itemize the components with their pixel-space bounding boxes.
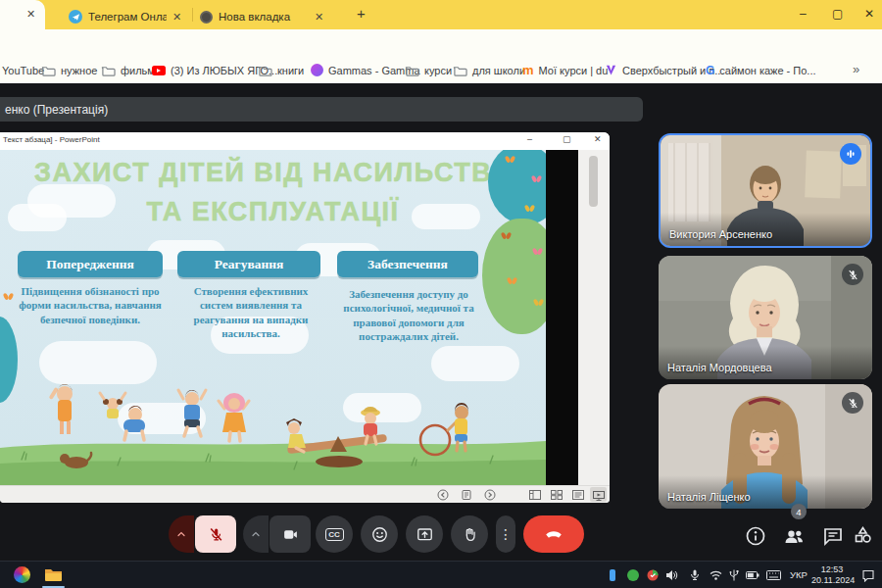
bookmark-folder-kursy[interactable]: курси	[405, 57, 452, 83]
file-explorer-icon[interactable]	[44, 567, 63, 582]
normal-view-icon[interactable]	[529, 490, 541, 500]
gamma-icon	[311, 64, 323, 76]
window-close-button[interactable]: ✕	[864, 7, 874, 21]
tray-mic-icon[interactable]	[689, 569, 701, 581]
pillar-button-1: Попередження	[18, 251, 163, 277]
ppt-maximize-button[interactable]: ▢	[563, 134, 571, 144]
camera-control-group	[243, 515, 311, 553]
raise-hand-button[interactable]	[451, 515, 488, 553]
bookmark-folder-knigi[interactable]: книги	[258, 57, 304, 83]
bookmark-folder-film[interactable]: фильм	[101, 57, 155, 83]
participant-tile-lishchenko[interactable]: Наталія Ліщенко	[659, 384, 872, 509]
slide-sorter-view-icon[interactable]	[551, 490, 563, 500]
browser-tab-strip: ✕ Телеграм Онлайн (неофициа ✕ Нова вклад…	[0, 0, 882, 29]
smiley-icon	[370, 525, 389, 544]
mic-muted-icon	[842, 392, 863, 414]
new-tab-button[interactable]: +	[357, 5, 366, 22]
present-button[interactable]	[406, 515, 443, 553]
bookmark-google-search[interactable]: G саймон каже - По...	[706, 57, 816, 83]
taskbar-clock[interactable]: 12:53 20.11.2024	[811, 564, 853, 587]
meeting-info-icon[interactable]	[744, 524, 767, 548]
end-call-button[interactable]	[523, 515, 584, 553]
volume-icon[interactable]	[665, 569, 678, 581]
captions-button[interactable]: CC	[316, 515, 353, 553]
action-center-icon[interactable]	[861, 568, 875, 582]
tab-new-tab[interactable]: Нова вкладка ✕	[200, 4, 347, 29]
pillar-text-1: Підвищення обізнаності про форми насильс…	[6, 284, 174, 326]
clock-date: 20.11.2024	[811, 575, 853, 586]
language-indicator[interactable]: УКР	[790, 569, 808, 580]
children-illustration	[0, 358, 546, 485]
google-g-icon: G	[706, 64, 714, 77]
butterfly-icon	[534, 299, 543, 307]
reading-view-icon[interactable]	[572, 490, 584, 500]
participant-tile-arsenenko[interactable]: Виктория Арсененко	[659, 133, 872, 248]
ppt-minimize-button[interactable]: –	[527, 134, 532, 144]
mic-control-group	[169, 515, 236, 553]
camera-button[interactable]	[270, 515, 311, 553]
window-minimize-button[interactable]: –	[800, 7, 807, 21]
present-screen-icon	[416, 525, 434, 544]
butterfly-icon	[532, 175, 541, 183]
bookmarks-bar: YouTube нужное фильм (3) Из ЛЮБЫХ ЯГО...…	[0, 57, 882, 83]
tab-close-icon[interactable]: ✕	[315, 11, 323, 24]
bookmark-folder-dlya-shkoly[interactable]: для школи	[453, 57, 525, 83]
tab-telegram[interactable]: Телеграм Онлайн (неофициа ✕	[69, 4, 188, 29]
youtube-icon	[152, 66, 166, 75]
tray-app-icon[interactable]	[610, 569, 615, 581]
mic-options-chevron[interactable]	[169, 515, 194, 553]
battery-icon[interactable]	[746, 570, 760, 580]
powerpoint-window: Текст абзаца] - PowerPoint – ▢ ✕ ЗАХИСТ …	[0, 132, 610, 503]
butterfly-icon	[508, 277, 516, 285]
folder-icon	[453, 64, 467, 77]
speaking-indicator-icon	[840, 143, 861, 165]
tab-active-meet[interactable]: ✕	[0, 0, 45, 29]
folder-icon	[405, 64, 419, 77]
chat-panel-icon[interactable]	[821, 524, 845, 548]
slide-title-line2: ТА ЕКСПЛУАТАЦІЇ	[0, 197, 546, 227]
tab-close-icon[interactable]: ✕	[26, 8, 35, 21]
mic-mute-button[interactable]	[195, 515, 236, 553]
ppt-scrollbar[interactable]	[589, 156, 598, 207]
wifi-icon[interactable]	[710, 569, 722, 581]
pillar-text-3: Забезпечення доступу до психологічної, м…	[329, 287, 488, 343]
bookmark-moodle[interactable]: m Мої курси | du	[522, 57, 608, 83]
butterfly-icon	[506, 156, 514, 164]
bookmark-youtube[interactable]: YouTube	[2, 57, 44, 83]
next-slide-icon[interactable]	[484, 489, 496, 501]
captions-icon: CC	[325, 528, 344, 541]
tab-label: Телеграм Онлайн (неофициа	[88, 11, 167, 23]
windows-taskbar: УКР 12:53 20.11.2024	[0, 561, 882, 588]
more-options-button[interactable]: ⋮	[496, 515, 515, 553]
prev-slide-icon[interactable]	[437, 489, 449, 501]
participant-name: Наталія Ліщенко	[667, 491, 751, 503]
participant-tile-mordovtseva[interactable]: Наталія Мордовцева	[659, 256, 872, 379]
participants-count-badge: 4	[791, 504, 807, 519]
window-maximize-button[interactable]: ▢	[832, 7, 843, 21]
butterfly-icon	[525, 205, 534, 213]
reactions-button[interactable]	[361, 515, 398, 553]
bookmark-folder-nuzhnoe[interactable]: нужное	[41, 57, 97, 83]
phone-hangup-icon	[543, 523, 564, 545]
slideshow-view-button[interactable]	[590, 487, 607, 502]
activities-icon[interactable]	[851, 524, 874, 548]
touch-keyboard-icon[interactable]	[766, 570, 781, 580]
taskbar-browser-icon[interactable]	[14, 566, 30, 583]
camera-options-chevron[interactable]	[243, 515, 269, 553]
bookmark-gamma[interactable]: Gammas - Gamma	[311, 57, 420, 83]
ppt-close-button[interactable]: ✕	[594, 134, 602, 144]
presentation-label: енко (Презентація)	[5, 103, 108, 117]
tray-pie-icon[interactable]	[647, 569, 659, 581]
usb-icon[interactable]	[729, 569, 739, 581]
telegram-icon	[69, 10, 82, 24]
mic-muted-icon	[208, 526, 224, 543]
tab-close-icon[interactable]: ✕	[172, 11, 181, 24]
participants-panel-icon[interactable]	[782, 524, 806, 548]
tray-antivirus-icon[interactable]	[627, 569, 639, 581]
folder-icon	[41, 64, 56, 77]
participant-name: Наталія Мордовцева	[667, 362, 772, 373]
camera-icon	[282, 526, 299, 543]
pillar-button-2: Реагування	[177, 251, 320, 277]
bookmarks-overflow-button[interactable]: »	[853, 62, 859, 76]
annotation-pen-icon[interactable]	[461, 489, 472, 501]
